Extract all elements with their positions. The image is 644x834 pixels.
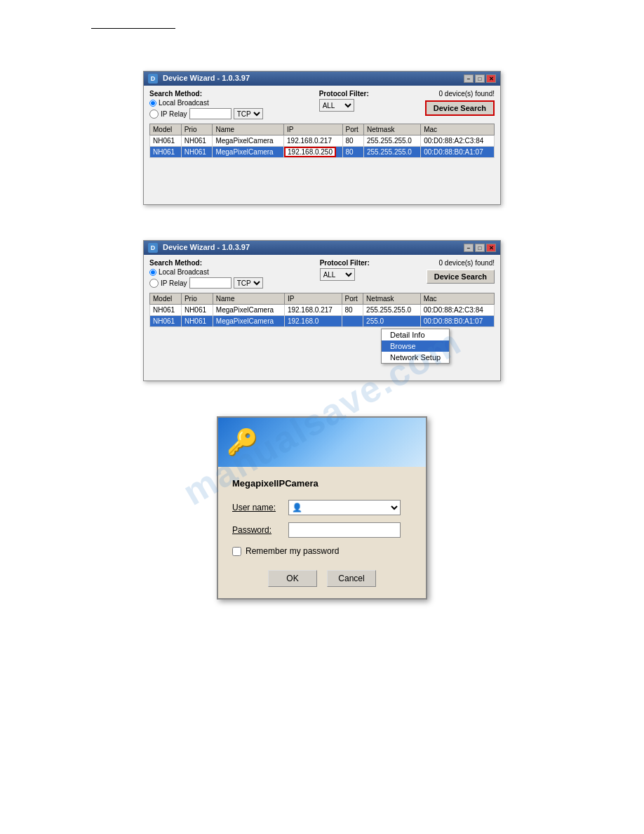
- dialog2-title-left: D Device Wizard - 1.0.3.97: [148, 243, 250, 253]
- dialog2-protocol-filter-select[interactable]: ALL: [320, 268, 355, 281]
- login-body: MegapixelIPCamera User name: 👤 Password:…: [218, 467, 426, 598]
- dialog1-row1-netmask: 255.255.255.0: [363, 135, 420, 147]
- login-remember-checkbox[interactable]: [232, 547, 241, 556]
- login-header: 🔑: [218, 418, 426, 467]
- dialog2-search-method: Search Method: Local Broadcast IP Relay: [149, 259, 263, 289]
- dialog1-col-prio: Prio: [181, 124, 213, 135]
- dialog2-middle-controls: Protocol Filter: ALL: [320, 259, 370, 281]
- dialog2-search-button[interactable]: Device Search: [427, 270, 495, 284]
- dialog1-minimize-btn[interactable]: −: [464, 74, 474, 83]
- dialog2-maximize-btn[interactable]: □: [475, 244, 485, 252]
- table-row[interactable]: NH061 NH061 MegaPixelCamera 192.168.0.21…: [150, 135, 495, 147]
- dialog1-local-broadcast-label: Local Broadcast: [159, 99, 209, 107]
- dialog1-col-mac: Mac: [421, 124, 495, 135]
- dialog2-local-broadcast-label: Local Broadcast: [159, 268, 209, 276]
- table-row[interactable]: NH061 NH061 MegaPixelCamera 192.168.0.25…: [150, 147, 495, 158]
- dialog1-protocol-filter-select[interactable]: ALL: [319, 99, 354, 112]
- dialog2-wrapper: D Device Wizard - 1.0.3.97 − □ ✕ Search …: [143, 240, 501, 381]
- login-dialog: 🔑 MegapixelIPCamera User name: 👤 Passwor…: [217, 416, 427, 600]
- login-password-label: Password:: [232, 525, 288, 535]
- dialog2-local-broadcast-radio[interactable]: [149, 269, 156, 276]
- login-username-row: User name: 👤: [232, 500, 412, 515]
- dialog1-middle-controls: Protocol Filter: ALL: [319, 90, 369, 112]
- login-ok-button[interactable]: OK: [268, 570, 317, 587]
- dialog1-row2-port: 80: [342, 147, 363, 158]
- context-menu: Detail Info Browse Network Setup: [381, 329, 450, 364]
- dialog2-body: Search Method: Local Broadcast IP Relay: [144, 255, 500, 380]
- dialog2-col-mac: Mac: [420, 293, 494, 305]
- dialog1-ip-relay-radio[interactable]: [149, 110, 159, 119]
- context-menu-detail-info[interactable]: Detail Info: [382, 329, 449, 340]
- login-username-select[interactable]: 👤: [288, 500, 401, 515]
- dialog1-ip-relay-row: IP Relay TCP: [149, 108, 263, 119]
- login-buttons: OK Cancel: [232, 570, 412, 587]
- dialog2-row2-netmask: 255.0: [363, 316, 421, 327]
- dialog1-col-netmask: Netmask: [363, 124, 420, 135]
- dialog1-protocol-select-small[interactable]: TCP: [234, 108, 263, 119]
- dialog2-title-text: Device Wizard - 1.0.3.97: [163, 243, 250, 251]
- dialog1-close-btn[interactable]: ✕: [486, 74, 496, 83]
- table-row[interactable]: NH061 NH061 MegaPixelCamera 192.168.0.21…: [150, 305, 495, 316]
- dialog2-table: Model Prio Name IP Port Netmask Mac: [149, 293, 495, 327]
- dialog1-search-button[interactable]: Device Search: [425, 100, 495, 116]
- dialog1-maximize-btn[interactable]: □: [475, 74, 485, 83]
- dialog2-top-right: 0 device(s) found! Device Search: [427, 259, 495, 284]
- dialog1-window: D Device Wizard - 1.0.3.97 − □ ✕ Search …: [143, 71, 501, 205]
- key-icon: 🔑: [227, 428, 258, 457]
- dialog2-close-btn[interactable]: ✕: [486, 244, 496, 252]
- dialog1-row1-prio: NH061: [181, 135, 213, 147]
- dialog2-minimize-btn[interactable]: −: [464, 244, 474, 252]
- dialog2-col-name: Name: [213, 293, 284, 305]
- dialog2-search-method-label: Search Method:: [149, 259, 263, 267]
- dialog2-row2-ip: 192.168.0: [284, 316, 342, 327]
- dialog2-col-port: Port: [342, 293, 363, 305]
- dialog1-ip-relay-label: IP Relay: [161, 110, 187, 118]
- dialog1-local-broadcast-radio[interactable]: [149, 100, 156, 107]
- dialog1-col-name: Name: [213, 124, 284, 135]
- login-cancel-button[interactable]: Cancel: [327, 570, 376, 587]
- table-row[interactable]: NH061 NH061 MegaPixelCamera 192.168.0 25…: [150, 316, 495, 327]
- dialog2-protocol-filter: Protocol Filter: ALL: [320, 259, 370, 281]
- dialog1-top-row: Search Method: Local Broadcast IP Relay: [149, 90, 495, 119]
- dialog2-context-area: Detail Info Browse Network Setup: [149, 327, 495, 376]
- dialog1-table: Model Prio Name IP Port Netmask Mac: [149, 124, 495, 158]
- dialog2-row1-netmask: 255.255.255.0: [363, 305, 421, 316]
- dialog2-row2-port: [342, 316, 363, 327]
- dialog1-table-wrapper: Model Prio Name IP Port Netmask Mac: [149, 124, 495, 158]
- dialog2-ip-relay-radio[interactable]: [149, 279, 159, 288]
- dialog2-row1-mac: 00:D0:88:A2:C3:84: [420, 305, 494, 316]
- dialog2-icon: D: [148, 243, 158, 253]
- dialog1-row2-ip: 192.168.0.250: [284, 147, 342, 158]
- dialog2-ip-relay-input[interactable]: [189, 277, 232, 289]
- dialog1-title-left: D Device Wizard - 1.0.3.97: [148, 74, 250, 84]
- dialog2-row2-name: MegaPixelCamera: [213, 316, 284, 327]
- dialog2-protocol-select-small[interactable]: TCP: [234, 277, 263, 289]
- dialog2-found-text: 0 device(s) found!: [439, 259, 495, 267]
- dialog2-controls: − □ ✕: [464, 244, 496, 252]
- dialog1-col-port: Port: [342, 124, 363, 135]
- dialog2-local-broadcast-row: Local Broadcast: [149, 268, 263, 276]
- dialog1-search-method-label: Search Method:: [149, 90, 263, 98]
- dialog1-col-model: Model: [150, 124, 182, 135]
- section-header: [91, 28, 175, 29]
- dialog2-row2-prio: NH061: [181, 316, 213, 327]
- dialog2-row1-model: NH061: [150, 305, 182, 316]
- login-dialog-container: 🔑 MegapixelIPCamera User name: 👤 Passwor…: [21, 416, 623, 600]
- dialog1-ip-relay-input[interactable]: [189, 108, 232, 119]
- page-content: D Device Wizard - 1.0.3.97 − □ ✕ Search …: [0, 0, 644, 663]
- login-password-input[interactable]: [288, 522, 401, 538]
- dialog1-left-controls: Search Method: Local Broadcast IP Relay: [149, 90, 263, 119]
- dialog2-row1-port: 80: [342, 305, 363, 316]
- dialog1-protocol-filter-label: Protocol Filter:: [319, 90, 369, 98]
- dialog1-container: D Device Wizard - 1.0.3.97 − □ ✕ Search …: [21, 71, 623, 205]
- dialog2-protocol-filter-label: Protocol Filter:: [320, 259, 370, 267]
- dialog1-table-header-row: Model Prio Name IP Port Netmask Mac: [150, 124, 495, 135]
- login-title: MegapixelIPCamera: [232, 478, 412, 489]
- dialog2-row1-ip: 192.168.0.217: [284, 305, 342, 316]
- context-menu-browse[interactable]: Browse: [382, 340, 449, 352]
- dialog1-col-ip: IP: [284, 124, 342, 135]
- dialog2-col-netmask: Netmask: [363, 293, 421, 305]
- context-menu-network-setup[interactable]: Network Setup: [382, 352, 449, 363]
- dialog2-row2-model: NH061: [150, 316, 182, 327]
- dialog2-col-ip: IP: [284, 293, 342, 305]
